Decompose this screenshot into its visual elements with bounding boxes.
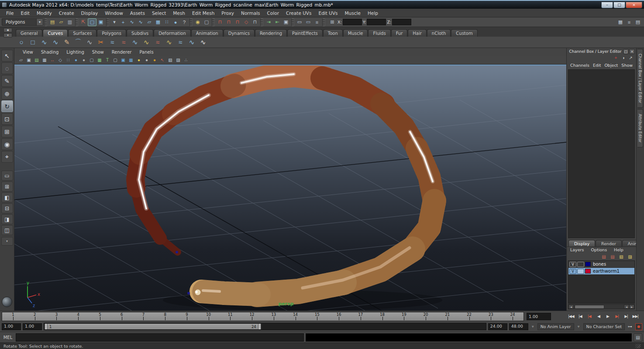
script-editor-button[interactable]: ▤: [634, 333, 642, 342]
joint-marker[interactable]: [176, 251, 178, 253]
scrollbar-thumb[interactable]: [575, 305, 604, 309]
maximize-button[interactable]: □: [613, 2, 625, 8]
auto-keyframe-toggle[interactable]: ●: [635, 323, 642, 330]
mask-dynamics-icon[interactable]: ●: [171, 18, 180, 26]
menu-item[interactable]: View: [19, 50, 37, 55]
current-time-field[interactable]: 1.00: [527, 313, 551, 320]
timeline-frame[interactable]: 14: [285, 312, 307, 321]
toolbar-separator[interactable]: [44, 18, 47, 26]
y-field[interactable]: [367, 19, 386, 25]
toggle-channel-box-icon[interactable]: ▦: [616, 18, 625, 26]
menu-item[interactable]: Options: [591, 247, 607, 252]
resize-grip[interactable]: [635, 344, 641, 348]
output-connections-icon[interactable]: ⇤: [273, 18, 282, 26]
toggle-attribute-editor-icon[interactable]: ▤: [634, 18, 642, 26]
maya-logo-button[interactable]: [2, 297, 12, 307]
playback-range-bar[interactable]: 1 24: [45, 324, 261, 329]
layout-persp-graph-button[interactable]: ⊟: [1, 203, 13, 213]
use-default-material-icon[interactable]: T: [103, 57, 111, 64]
cut-curve-tool-icon[interactable]: ✂: [95, 37, 107, 48]
range-track[interactable]: 1 24: [44, 323, 486, 330]
tab[interactable]: Fur: [391, 29, 408, 37]
mask-joints-icon[interactable]: ∷: [162, 18, 171, 26]
mask-handles-icon[interactable]: ∿: [127, 18, 136, 26]
tab[interactable]: Render: [596, 240, 622, 246]
layout-dropdown-button[interactable]: ▾: [1, 237, 13, 246]
create-empty-layer-icon[interactable]: ▧: [617, 253, 625, 260]
universal-manipulator-button[interactable]: ⊞: [1, 126, 13, 137]
polyline-tool-icon[interactable]: ⌒: [72, 37, 84, 48]
anim-start-field[interactable]: 1.00: [2, 323, 21, 330]
textured-icon[interactable]: ▦: [96, 57, 103, 64]
toolbar-separator[interactable]: [189, 18, 193, 26]
insert-knot-icon[interactable]: ∿: [129, 37, 141, 48]
timeline-frame[interactable]: 7: [133, 312, 155, 321]
menu-item[interactable]: Show: [88, 50, 108, 55]
move-tool-button[interactable]: ⊕: [1, 88, 13, 99]
scroll-left-icon[interactable]: ◂: [624, 305, 629, 309]
shelf-item-menu-button[interactable]: ▪: [3, 28, 12, 32]
menu-item[interactable]: Panels: [135, 50, 157, 55]
menu-item[interactable]: Object: [604, 63, 618, 68]
range-start-handle[interactable]: [45, 324, 48, 329]
isolate-select-icon[interactable]: ↖: [158, 57, 166, 64]
sort-layers-down-icon[interactable]: ▤: [609, 253, 616, 260]
two-d-pan-zoom-icon[interactable]: ↔: [48, 57, 56, 64]
toolbar-separator[interactable]: [322, 18, 325, 26]
timeline-track[interactable]: 1 2 3 4 5 6 7 8 9 10 11 12 13 14 15 16 1…: [2, 312, 524, 321]
tab[interactable]: Subdivs: [127, 29, 153, 37]
layer-type-box[interactable]: [577, 269, 584, 274]
toolbar-separator[interactable]: [212, 18, 215, 26]
select-component-icon[interactable]: ▣: [96, 18, 105, 26]
layer-row[interactable]: V bones: [568, 261, 634, 268]
new-scene-icon[interactable]: ▤: [48, 18, 57, 26]
light-sphere-gold-icon[interactable]: ●: [151, 57, 158, 64]
timeline-frame[interactable]: 3: [46, 312, 68, 321]
menu-item[interactable]: Modify: [33, 10, 55, 16]
combo-collapse-button[interactable]: ▾: [110, 18, 119, 26]
render-current-frame-icon[interactable]: ▭: [295, 18, 304, 26]
render-settings-icon[interactable]: ≡: [313, 18, 321, 26]
chevron-down-icon[interactable]: ▿: [576, 325, 582, 328]
scroll-left-icon[interactable]: ◂: [568, 305, 574, 309]
menu-item[interactable]: Create UVs: [282, 10, 315, 16]
character-set-dropdown[interactable]: No Character Set: [583, 323, 625, 330]
channel-list-area[interactable]: [568, 69, 635, 238]
menu-item[interactable]: Edit: [593, 63, 601, 68]
chevron-down-icon[interactable]: ▿: [530, 325, 536, 328]
menu-item[interactable]: Edit: [17, 10, 33, 16]
timeline-frame[interactable]: 1: [2, 312, 24, 321]
timeline-frame[interactable]: 16: [328, 312, 350, 321]
toolbar-separator[interactable]: [291, 18, 294, 26]
save-scene-icon[interactable]: ▥: [65, 18, 74, 26]
menu-item[interactable]: Create: [55, 10, 78, 16]
xray-icon[interactable]: ▧: [166, 57, 174, 64]
tab[interactable]: Surfaces: [68, 29, 96, 37]
circle-tool-icon[interactable]: ○: [16, 37, 27, 48]
detach-curves-icon[interactable]: ≈: [118, 37, 129, 48]
layer-list-scrollbar[interactable]: ◂ ◂ ▸: [568, 304, 635, 309]
layer-visibility-toggle[interactable]: V: [569, 269, 576, 274]
bookmark-icon[interactable]: ▤: [33, 57, 41, 64]
timeline-frame[interactable]: 11: [220, 312, 241, 321]
side-panel-tab[interactable]: Channel Box / Layer Editor: [637, 49, 643, 108]
x-field[interactable]: [343, 19, 362, 25]
layout-persp-outliner-button[interactable]: ◧: [1, 192, 13, 202]
timeline-frame[interactable]: 12: [241, 312, 263, 321]
selection-mode-dropdown[interactable]: Polygons ▾: [2, 18, 43, 26]
smooth-shade-icon[interactable]: ●: [72, 57, 80, 64]
no-lights-icon[interactable]: ▢: [111, 57, 119, 64]
z-field[interactable]: [392, 19, 411, 25]
square-tool-icon[interactable]: □: [27, 37, 38, 48]
tab[interactable]: Toon: [323, 29, 343, 37]
close-button[interactable]: ×: [626, 2, 642, 8]
layout-single-pane-button[interactable]: ▭: [1, 171, 13, 181]
mel-toggle[interactable]: MEL: [2, 335, 14, 340]
mask-curves-icon[interactable]: ∿: [136, 18, 145, 26]
step-back-key-button[interactable]: |◀: [585, 312, 594, 320]
step-back-frame-button[interactable]: |◀: [576, 312, 585, 320]
timeline-frame[interactable]: 13: [263, 312, 285, 321]
menu-item[interactable]: Lighting: [62, 50, 88, 55]
anim-layer-dropdown[interactable]: No Anim Layer: [537, 323, 574, 330]
timeline-frame[interactable]: 19: [393, 312, 415, 321]
